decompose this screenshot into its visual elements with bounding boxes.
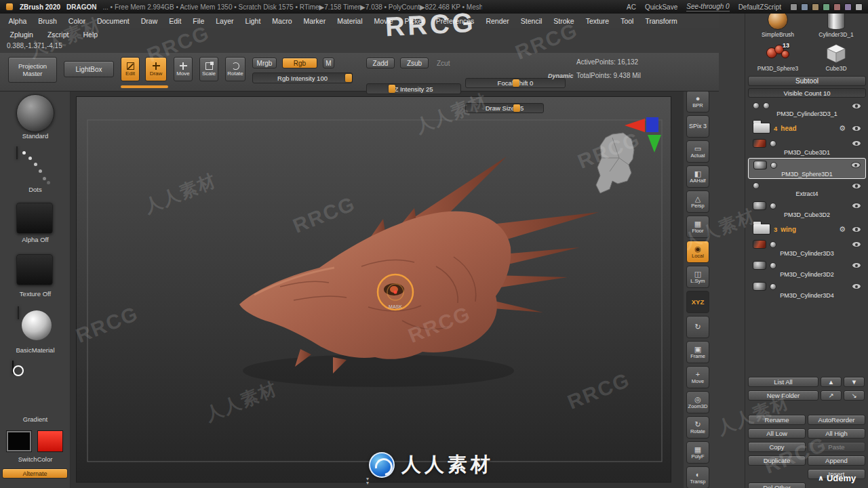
- autoreorder-button[interactable]: AutoReorder: [808, 415, 865, 425]
- rgb-intensity-slider[interactable]: Rgb Intensity 100: [252, 73, 353, 83]
- subtool-header[interactable]: Subtool: [748, 76, 866, 86]
- tray-qr-icon[interactable]: [833, 3, 841, 11]
- subtool-folder[interactable]: 3 wing ⚙: [748, 220, 866, 238]
- move-view-button[interactable]: + Move: [686, 366, 709, 388]
- menu-marker[interactable]: Marker: [298, 15, 332, 27]
- eye-icon[interactable]: [852, 183, 861, 189]
- z-intensity-slider[interactable]: Z Intensity 25: [366, 83, 461, 94]
- list-all-button[interactable]: List All: [748, 377, 818, 387]
- menu-color[interactable]: Color: [62, 15, 91, 27]
- copy-button[interactable]: Copy: [748, 442, 806, 452]
- menu-tool[interactable]: Tool: [615, 15, 639, 27]
- mrgb-button[interactable]: Mrgb: [252, 58, 277, 68]
- subtool-folder[interactable]: 4 head ⚙: [748, 119, 866, 137]
- persp-button[interactable]: △ Persp: [686, 190, 709, 213]
- quicksave-button[interactable]: QuickSave: [645, 3, 677, 11]
- draw-mode-button[interactable]: Draw: [145, 57, 167, 81]
- zcut-button[interactable]: Zcut: [437, 60, 450, 67]
- subtool-item-selected[interactable]: PM3D_Sphere3D1: [748, 158, 866, 179]
- append-button[interactable]: Append: [808, 455, 865, 466]
- menu-document[interactable]: Document: [91, 15, 135, 27]
- subtool-item[interactable]: PM3D_Cylinder3D4: [748, 280, 866, 300]
- move-up-button[interactable]: ▲: [821, 377, 842, 387]
- m-button[interactable]: M: [323, 58, 334, 68]
- eye-icon[interactable]: [852, 140, 861, 146]
- subtool-item[interactable]: PM3D_Cube3D1: [748, 137, 866, 157]
- document-viewport[interactable]: MASK: [76, 96, 671, 483]
- menu-edit[interactable]: Edit: [163, 15, 187, 27]
- gear-icon[interactable]: ⚙: [839, 125, 846, 132]
- scroll-button[interactable]: ↻: [686, 316, 709, 338]
- menu-render[interactable]: Render: [480, 15, 515, 27]
- subtool-item[interactable]: PM3D_Cube3D2: [748, 199, 866, 219]
- paste-button[interactable]: Paste: [808, 442, 865, 452]
- menu-brush[interactable]: Brush: [33, 15, 62, 27]
- menu-draw[interactable]: Draw: [135, 15, 163, 27]
- axis-z-face[interactable]: [646, 117, 658, 132]
- floor-button[interactable]: ▦ Floor: [686, 216, 709, 238]
- eye-icon[interactable]: [851, 162, 861, 168]
- eye-icon[interactable]: [852, 226, 861, 232]
- menu-picker[interactable]: Picker: [399, 15, 430, 27]
- menu-zplugin[interactable]: Zplugin: [4, 28, 39, 41]
- move-mode-button[interactable]: Move: [174, 57, 193, 81]
- menu-transform[interactable]: Transform: [639, 15, 683, 27]
- menu-help[interactable]: Help: [77, 28, 104, 41]
- menu-stroke[interactable]: Stroke: [548, 15, 580, 27]
- secondary-color-swatch[interactable]: [37, 430, 63, 452]
- scale-mode-button[interactable]: Scale: [199, 57, 218, 81]
- tool-pm3d-sphere3[interactable]: 13 PM3D_Sphere3: [751, 39, 805, 72]
- bpr-button[interactable]: ● BPR: [686, 90, 709, 113]
- actual-size-button[interactable]: ▭ Actual: [686, 140, 709, 163]
- tray-gauge-icon[interactable]: [801, 3, 808, 11]
- xyz-button[interactable]: XYZ: [686, 291, 709, 313]
- tray-download-icon[interactable]: [823, 3, 830, 11]
- draw-size-nub[interactable]: [513, 104, 520, 112]
- gear-icon[interactable]: ⚙: [839, 226, 846, 233]
- menu-layer[interactable]: Layer: [210, 15, 239, 27]
- zoom3d-button[interactable]: ◎ Zoom3D: [686, 391, 709, 413]
- focal-shift-slider[interactable]: Focal Shift 0: [465, 78, 566, 88]
- z-intensity-nub[interactable]: [389, 85, 395, 93]
- tray-keyboard-icon[interactable]: [790, 3, 797, 11]
- tray-users-icon[interactable]: [812, 3, 819, 11]
- rgb-button[interactable]: Rgb: [282, 58, 317, 68]
- tool-cube3d[interactable]: Cube3D: [809, 39, 863, 72]
- eye-icon[interactable]: [852, 125, 861, 131]
- spix-slider[interactable]: SPix 3: [686, 115, 709, 138]
- polyf-button[interactable]: ▦ PolyF: [686, 441, 709, 464]
- eye-icon[interactable]: [852, 262, 861, 268]
- menu-texture[interactable]: Texture: [580, 15, 614, 27]
- subtool-item[interactable]: PM3D_Cylinder3D2: [748, 259, 866, 279]
- menu-zscript[interactable]: Zscript: [41, 28, 75, 41]
- all-high-button[interactable]: All High: [808, 428, 865, 439]
- color-picker[interactable]: [12, 361, 14, 373]
- menu-light[interactable]: Light: [239, 15, 267, 27]
- move-out-folder-button[interactable]: ↗: [821, 390, 842, 401]
- eye-icon[interactable]: [852, 103, 861, 109]
- lightbox-button[interactable]: LightBox: [64, 61, 114, 77]
- visible-count-slider[interactable]: Visible Count 10: [748, 88, 866, 98]
- see-through-slider[interactable]: See-through 0: [686, 3, 729, 12]
- aahalf-button[interactable]: ◧ AAHalf: [686, 165, 709, 188]
- draw-size-slider[interactable]: Draw Size 65: [465, 103, 544, 113]
- dynamic-toggle[interactable]: Dynamic: [548, 73, 574, 79]
- new-folder-button[interactable]: New Folder: [748, 390, 818, 401]
- tray-clock-icon[interactable]: [844, 3, 852, 11]
- subtool-item[interactable]: Extract4: [748, 180, 866, 198]
- subtool-item[interactable]: PM3D_Cylinder3D3_1: [748, 100, 866, 118]
- local-button[interactable]: ◉ Local: [686, 241, 709, 263]
- zadd-button[interactable]: Zadd: [366, 58, 395, 68]
- transp-button[interactable]: ◐ Transp: [686, 466, 709, 488]
- all-low-button[interactable]: All Low: [748, 428, 806, 439]
- duplicate-button[interactable]: Duplicate: [748, 455, 806, 466]
- focal-shift-nub[interactable]: [513, 79, 519, 87]
- tray-help-icon[interactable]: [855, 3, 863, 11]
- projection-master-button[interactable]: Projection Master: [8, 57, 57, 83]
- texture-thumbnail[interactable]: [16, 254, 53, 285]
- alternate-button[interactable]: Alternate: [2, 468, 68, 479]
- eye-icon[interactable]: [852, 203, 861, 209]
- eye-icon[interactable]: [852, 241, 861, 247]
- main-color-swatch[interactable]: [6, 430, 32, 452]
- menu-stencil[interactable]: Stencil: [515, 15, 548, 27]
